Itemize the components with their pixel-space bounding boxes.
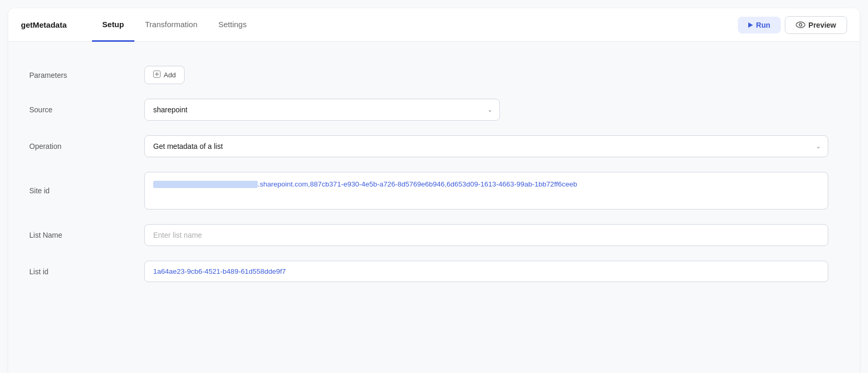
plus-icon — [153, 71, 161, 79]
tab-transformation[interactable]: Transformation — [134, 8, 208, 42]
tabs: Setup Transformation Settings — [92, 8, 738, 42]
list-name-input[interactable] — [144, 224, 828, 246]
source-select-wrapper: sharepoint ⌄ — [144, 99, 500, 121]
operation-select[interactable]: Get metadata of a list — [144, 135, 828, 157]
list-name-field-wrapper — [144, 217, 839, 253]
site-id-field-wrapper: .sharepoint.com,887cb371-e930-4e5b-a726-… — [144, 165, 839, 217]
parameters-label: Parameters — [29, 61, 144, 90]
preview-button[interactable]: Preview — [785, 16, 847, 34]
site-id-guid1: 887cb371-e930-4e5b-a726-8d5769e6b946 — [310, 180, 444, 188]
operation-field: Get metadata of a list ⌄ — [144, 128, 839, 165]
source-label: Source — [29, 95, 144, 124]
site-id-domain: .sharepoint.com — [258, 180, 308, 188]
svg-point-0 — [800, 24, 802, 26]
list-id-value: 1a64ae23-9cb6-4521-b489-61d558dde9f7 — [153, 267, 286, 275]
source-select[interactable]: sharepoint — [144, 99, 500, 121]
list-id-label: List id — [29, 257, 144, 286]
tab-settings[interactable]: Settings — [208, 8, 257, 42]
site-id-guid2: 6d653d09-1613-4663-99ab-1bb72ff6ceeb — [447, 180, 577, 188]
list-name-label: List Name — [29, 220, 144, 250]
site-id-blurred-value — [153, 181, 258, 188]
operation-select-wrapper: Get metadata of a list ⌄ — [144, 135, 828, 157]
header: getMetadata Setup Transformation Setting… — [8, 8, 860, 42]
eye-icon — [796, 21, 805, 29]
content: Parameters Add Source sharepoint ⌄ Opera… — [8, 42, 860, 373]
app-title: getMetadata — [21, 20, 67, 29]
operation-label: Operation — [29, 132, 144, 161]
parameters-field: Add — [144, 59, 839, 91]
add-button[interactable]: Add — [144, 66, 185, 84]
source-field: sharepoint ⌄ — [144, 91, 839, 128]
list-id-field-wrapper: 1a64ae23-9cb6-4521-b489-61d558dde9f7 — [144, 253, 839, 289]
site-id-field[interactable]: .sharepoint.com,887cb371-e930-4e5b-a726-… — [144, 172, 828, 209]
list-id-field[interactable]: 1a64ae23-9cb6-4521-b489-61d558dde9f7 — [144, 261, 828, 282]
app-container: getMetadata Setup Transformation Setting… — [8, 8, 860, 373]
play-icon — [748, 22, 753, 28]
header-actions: Run Preview — [738, 16, 847, 34]
form-section: Parameters Add Source sharepoint ⌄ Opera… — [29, 59, 839, 289]
run-button[interactable]: Run — [738, 17, 781, 33]
site-id-label: Site id — [29, 176, 144, 205]
tab-setup[interactable]: Setup — [92, 8, 135, 42]
